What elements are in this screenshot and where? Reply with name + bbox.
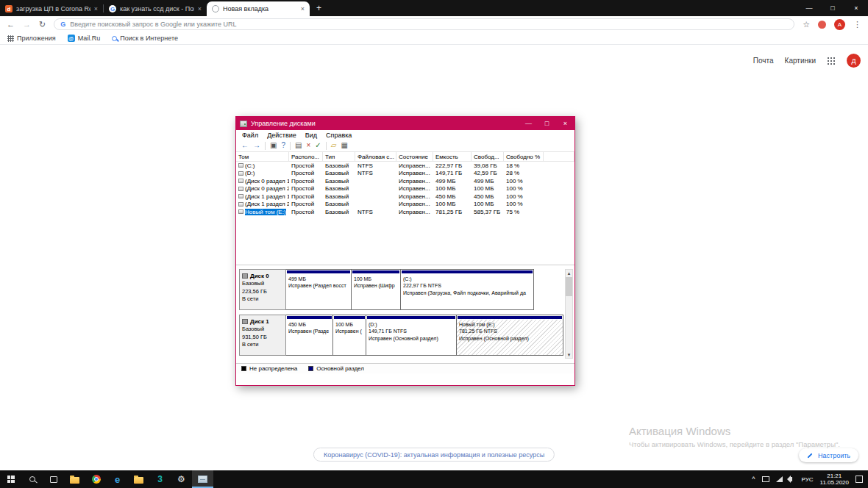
- tab-close-icon[interactable]: ×: [301, 5, 305, 12]
- folder-icon[interactable]: ▱: [331, 142, 337, 149]
- taskbar-app-3ds-max[interactable]: 3: [149, 470, 171, 488]
- menu-help[interactable]: Справка: [321, 132, 356, 139]
- back-icon[interactable]: ←: [7, 21, 15, 29]
- menu-dots-icon[interactable]: ⋮: [853, 21, 861, 29]
- partition[interactable]: 100 МБ Исправен (: [333, 315, 366, 356]
- extension-icon[interactable]: [818, 21, 826, 29]
- taskbar-search-button[interactable]: [21, 470, 43, 488]
- browser-tab-1[interactable]: d загрузка ЦП в Corona Render ×: [0, 1, 103, 16]
- scroll-up-icon[interactable]: ▲: [567, 270, 572, 276]
- taskbar-app-disk-management-active[interactable]: [192, 470, 213, 488]
- column-capacity[interactable]: Емкость: [433, 152, 472, 161]
- graphical-view: Диск 0 Базовый 223,56 ГБ В сети 499 МБ И…: [236, 265, 574, 364]
- new-tab-button[interactable]: +: [316, 3, 321, 13]
- reload-icon[interactable]: ↻: [39, 21, 46, 29]
- bookmark-web-search[interactable]: Поиск в Интернете: [112, 35, 178, 42]
- google-avatar[interactable]: Д: [847, 54, 861, 68]
- browser-tab-2[interactable]: G как узнать ссд диск - Поиск в G ×: [104, 1, 207, 16]
- bookmark-star-icon[interactable]: ☆: [803, 21, 810, 29]
- images-link[interactable]: Картинки: [785, 57, 816, 65]
- site-favicon: d: [5, 5, 13, 12]
- disk-icon: [242, 319, 248, 324]
- action-center-icon[interactable]: [855, 476, 863, 483]
- volume-row-selected[interactable]: Новый том (E:) Простой Базовый NTFS Испр…: [236, 208, 574, 216]
- column-volume[interactable]: Том: [236, 152, 289, 161]
- column-layout[interactable]: Располо...: [289, 152, 323, 161]
- partition-e-selected[interactable]: Новый том (E:) 781,25 ГБ NTFS Исправен (…: [457, 315, 563, 356]
- column-filesystem[interactable]: Файловая с...: [355, 152, 396, 161]
- menu-view[interactable]: Вид: [301, 132, 321, 139]
- taskbar-app-settings[interactable]: ⚙: [171, 470, 192, 488]
- language-indicator[interactable]: РУС: [802, 476, 814, 483]
- customize-button[interactable]: Настроить: [799, 448, 858, 462]
- column-free-pct[interactable]: Свободно %: [504, 152, 544, 161]
- disk-header[interactable]: Диск 0 Базовый 223,56 ГБ В сети: [239, 269, 286, 310]
- forward-icon[interactable]: →: [23, 21, 31, 29]
- disk-header[interactable]: Диск 1 Базовый 931,50 ГБ В сети: [239, 315, 286, 356]
- gmail-link[interactable]: Почта: [753, 57, 774, 65]
- volume-row[interactable]: (Диск 1 раздел 1) Простой Базовый Исправ…: [236, 193, 574, 201]
- tab-close-icon[interactable]: ×: [94, 5, 98, 12]
- scroll-down-icon[interactable]: ▼: [567, 351, 572, 358]
- tray-expand-icon[interactable]: ^: [752, 476, 755, 483]
- omnibox[interactable]: G: [54, 18, 794, 30]
- up-level-icon[interactable]: ▤: [295, 142, 302, 149]
- speaker-icon[interactable]: [789, 477, 792, 481]
- display-icon[interactable]: [762, 476, 769, 482]
- window-titlebar[interactable]: Управление дисками — □ ×: [236, 117, 574, 130]
- volume-row[interactable]: (Диск 0 раздел 2) Простой Базовый Исправ…: [236, 185, 574, 193]
- toolbar-separator: [326, 142, 327, 150]
- column-free[interactable]: Свобод...: [472, 152, 504, 161]
- taskbar-app-edge[interactable]: e: [107, 470, 128, 488]
- partition-c[interactable]: (C:) 222,97 ГБ NTFS Исправен (Загрузка, …: [401, 269, 534, 310]
- scrollbar[interactable]: ▲ ▼: [565, 269, 573, 359]
- taskbar-app-chrome[interactable]: [85, 470, 107, 488]
- bookmark-apps[interactable]: Приложения: [7, 35, 56, 42]
- back-icon[interactable]: ←: [241, 142, 249, 149]
- cell-fs: NTFS: [355, 209, 396, 215]
- address-input[interactable]: [70, 21, 788, 28]
- settings-gear-icon: ⚙: [177, 475, 185, 484]
- volume-row[interactable]: (Диск 1 раздел 2) Простой Базовый Исправ…: [236, 201, 574, 209]
- disk-size: 931,50 ГБ: [242, 334, 283, 342]
- partition[interactable]: 499 МБ Исправен (Раздел восст: [286, 269, 352, 310]
- minimize-button[interactable]: —: [797, 0, 821, 16]
- maximize-button[interactable]: □: [538, 117, 556, 130]
- taskbar-clock[interactable]: 21:21 11.05.2020: [820, 473, 849, 486]
- column-type[interactable]: Тип: [323, 152, 355, 161]
- task-view-button[interactable]: [43, 470, 64, 488]
- volume-row[interactable]: (D:) Простой Базовый NTFS Исправен... 14…: [236, 170, 574, 178]
- browser-avatar[interactable]: А: [834, 19, 845, 30]
- columns-icon[interactable]: ▦: [341, 142, 347, 149]
- delete-icon[interactable]: ×: [306, 142, 310, 149]
- taskbar-app-folder[interactable]: [128, 470, 149, 488]
- browser-tab-3-active[interactable]: Новая вкладка ×: [207, 1, 310, 16]
- taskbar-app-file-explorer[interactable]: [64, 470, 85, 488]
- network-icon[interactable]: [776, 476, 783, 482]
- maximize-button[interactable]: □: [821, 0, 844, 16]
- task-view-icon: [50, 476, 57, 483]
- scrollbar-thumb[interactable]: [566, 277, 572, 296]
- forward-icon[interactable]: →: [253, 142, 260, 149]
- console-tree-icon[interactable]: ▣: [270, 142, 277, 149]
- close-button[interactable]: ×: [844, 0, 868, 16]
- partition-d[interactable]: (D:) 149,71 ГБ NTFS Исправен (Основной р…: [366, 315, 457, 356]
- partition[interactable]: 100 МБ Исправен (Шифр: [352, 269, 401, 310]
- cell-capacity: 100 МБ: [433, 185, 472, 192]
- menu-file[interactable]: Файл: [238, 132, 263, 139]
- cell-layout: Простой: [289, 201, 323, 207]
- column-status[interactable]: Состояние: [396, 152, 433, 161]
- volume-row[interactable]: (C:) Простой Базовый NTFS Исправен... 22…: [236, 162, 574, 170]
- help-icon[interactable]: ?: [281, 142, 285, 149]
- tab-close-icon[interactable]: ×: [198, 5, 202, 12]
- menu-action[interactable]: Действие: [263, 132, 301, 139]
- check-icon[interactable]: ✓: [315, 142, 321, 149]
- bookmark-mailru[interactable]: @ Mail.Ru: [68, 35, 101, 42]
- start-button[interactable]: [0, 470, 21, 488]
- close-button[interactable]: ×: [556, 117, 574, 130]
- minimize-button[interactable]: —: [519, 117, 538, 130]
- volume-row[interactable]: (Диск 0 раздел 1) Простой Базовый Исправ…: [236, 177, 574, 185]
- covid-info-chip[interactable]: Коронавирус (COVID-19): актуальная инфор…: [313, 448, 555, 462]
- partition[interactable]: 450 МБ Исправен (Разде: [286, 315, 333, 356]
- google-apps-grid-icon[interactable]: [827, 57, 836, 65]
